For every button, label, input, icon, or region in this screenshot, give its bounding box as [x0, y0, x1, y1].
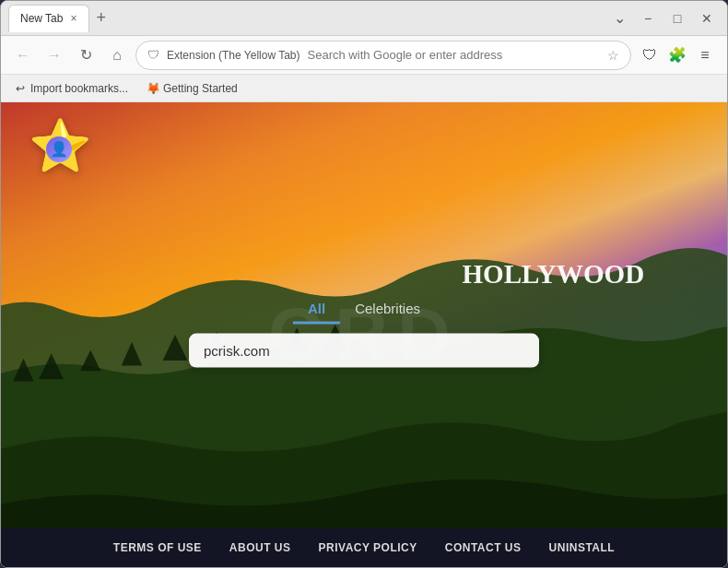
search-section: All Celebrities	[170, 295, 558, 368]
url-extension-label: Extension (The Yellow Tab)	[167, 49, 300, 62]
import-icon: ↩	[14, 82, 27, 95]
tab-close-icon[interactable]: ×	[70, 13, 76, 24]
home-button[interactable]: ⌂	[104, 42, 130, 68]
menu-button[interactable]: ≡	[692, 42, 718, 68]
search-tabs: All Celebrities	[293, 295, 435, 325]
footer-about-link[interactable]: ABOUT US	[229, 541, 291, 554]
maximize-button[interactable]: □	[664, 6, 690, 31]
tab-title: New Tab	[20, 12, 63, 25]
tab-celebrities[interactable]: Celebrities	[340, 295, 435, 325]
bookmark-getting-started-label: Getting Started	[163, 82, 238, 95]
bookmark-import-label: Import bookmarks...	[30, 82, 128, 95]
back-button[interactable]: ←	[10, 42, 36, 68]
address-bar: ← → ↻ ⌂ 🛡 Extension (The Yellow Tab) ☆ 🛡…	[1, 36, 727, 75]
footer-contact-link[interactable]: CONTACT US	[445, 541, 522, 554]
browser-viewport: HOLLYWOOD GRD ⭐ 👤	[1, 102, 727, 567]
page-footer: TERMS OF USE ABOUT US PRIVACY POLICY CON…	[1, 528, 727, 567]
footer-uninstall-link[interactable]: UNINSTALL	[549, 541, 616, 554]
url-bar[interactable]: 🛡 Extension (The Yellow Tab) ☆	[135, 41, 631, 70]
close-button[interactable]: ✕	[694, 6, 720, 31]
chevron-icon: ⌄	[608, 7, 631, 29]
star-logo: ⭐ 👤	[29, 121, 88, 181]
tab-area: New Tab × +	[8, 5, 603, 32]
puzzle-toolbar-button[interactable]: 🧩	[664, 42, 690, 68]
minimize-button[interactable]: −	[635, 6, 661, 31]
active-tab[interactable]: New Tab ×	[8, 5, 89, 32]
firefox-icon: 🦊	[147, 82, 159, 95]
url-star-icon: ☆	[607, 48, 619, 63]
footer-terms-link[interactable]: TERMS OF USE	[113, 541, 202, 554]
url-shield-icon: 🛡	[147, 48, 159, 62]
shield-toolbar-button[interactable]: 🛡	[637, 42, 663, 68]
url-input[interactable]	[308, 48, 596, 62]
search-input[interactable]	[189, 334, 539, 368]
svg-text:HOLLYWOOD: HOLLYWOOD	[462, 259, 644, 289]
new-tab-button[interactable]: +	[93, 8, 111, 28]
search-box-wrapper	[189, 334, 539, 368]
browser-window: New Tab × + ⌄ − □ ✕ ← → ↻ ⌂ 🛡 Extension …	[0, 0, 728, 568]
bookmark-import[interactable]: ↩ Import bookmarks...	[10, 80, 132, 97]
tab-all[interactable]: All	[293, 295, 340, 325]
toolbar-icons: 🛡 🧩 ≡	[637, 42, 718, 68]
bookmarks-bar: ↩ Import bookmarks... 🦊 Getting Started	[1, 75, 727, 102]
bookmark-getting-started[interactable]: 🦊 Getting Started	[143, 80, 241, 97]
refresh-button[interactable]: ↻	[73, 42, 99, 68]
footer-privacy-link[interactable]: PRIVACY POLICY	[319, 541, 417, 554]
forward-button[interactable]: →	[41, 42, 67, 68]
title-bar: New Tab × + ⌄ − □ ✕	[1, 1, 727, 36]
avatar: 👤	[46, 136, 72, 162]
window-controls: ⌄ − □ ✕	[608, 6, 720, 31]
